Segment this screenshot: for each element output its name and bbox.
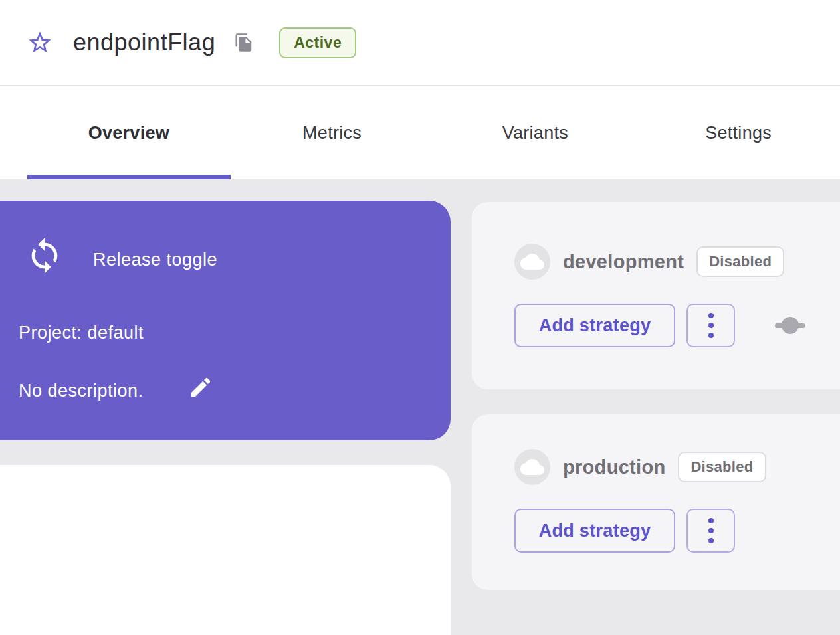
flag-summary-card: Release toggle Project: default No descr… <box>0 201 451 440</box>
environment-menu-button-development[interactable] <box>686 304 735 347</box>
tab-settings-label: Settings <box>705 123 772 143</box>
tab-variants-label: Variants <box>502 123 568 143</box>
flag-project-label: Project: default <box>19 323 144 343</box>
page-header: endpointFlag Active <box>0 0 840 86</box>
tab-metrics-label: Metrics <box>302 123 362 143</box>
status-badge: Active <box>279 27 356 58</box>
page-title: endpointFlag <box>73 29 215 56</box>
slider-icon <box>775 317 805 334</box>
environment-status-badge: Disabled <box>696 246 784 277</box>
tab-overview[interactable]: Overview <box>27 86 231 179</box>
cloud-icon <box>514 449 550 485</box>
feature-flag-page: endpointFlag Active Overview Metrics Var… <box>0 0 840 635</box>
environment-name: development <box>563 251 684 273</box>
add-strategy-button-production[interactable]: Add strategy <box>514 509 675 553</box>
flag-description-label: No description. <box>19 381 144 401</box>
environment-card-development: development Disabled Add strategy <box>472 202 840 389</box>
kebab-menu-icon <box>708 313 714 318</box>
tab-metrics[interactable]: Metrics <box>231 86 434 179</box>
enabled-environments-card: Enabled in environments (0) development … <box>0 465 451 635</box>
flag-type-label: Release toggle <box>93 250 217 270</box>
add-strategy-button-development[interactable]: Add strategy <box>514 304 675 347</box>
copy-icon <box>234 33 254 52</box>
active-tab-indicator <box>27 175 231 179</box>
cloud-icon <box>514 244 550 280</box>
edit-description-button[interactable] <box>188 375 213 400</box>
flag-tabs: Overview Metrics Variants Settings <box>0 86 840 179</box>
environment-card-header: development Disabled <box>514 244 784 280</box>
environment-card-header: production Disabled <box>514 449 766 485</box>
environment-card-actions: Add strategy <box>514 304 805 347</box>
favorite-star-button[interactable] <box>27 29 53 56</box>
loop-icon <box>25 236 64 278</box>
tab-overview-label: Overview <box>88 123 169 143</box>
environment-status-badge: Disabled <box>678 452 766 482</box>
environment-card-production: production Disabled Add strategy <box>472 414 840 590</box>
environment-card-actions: Add strategy <box>514 509 735 553</box>
pencil-icon <box>188 375 213 400</box>
tab-variants[interactable]: Variants <box>434 86 637 179</box>
star-icon <box>27 29 53 56</box>
tab-settings[interactable]: Settings <box>637 86 840 179</box>
copy-name-button[interactable] <box>234 33 254 52</box>
environment-name: production <box>563 456 665 478</box>
environment-menu-button-production[interactable] <box>686 509 735 553</box>
kebab-menu-icon <box>708 518 714 523</box>
